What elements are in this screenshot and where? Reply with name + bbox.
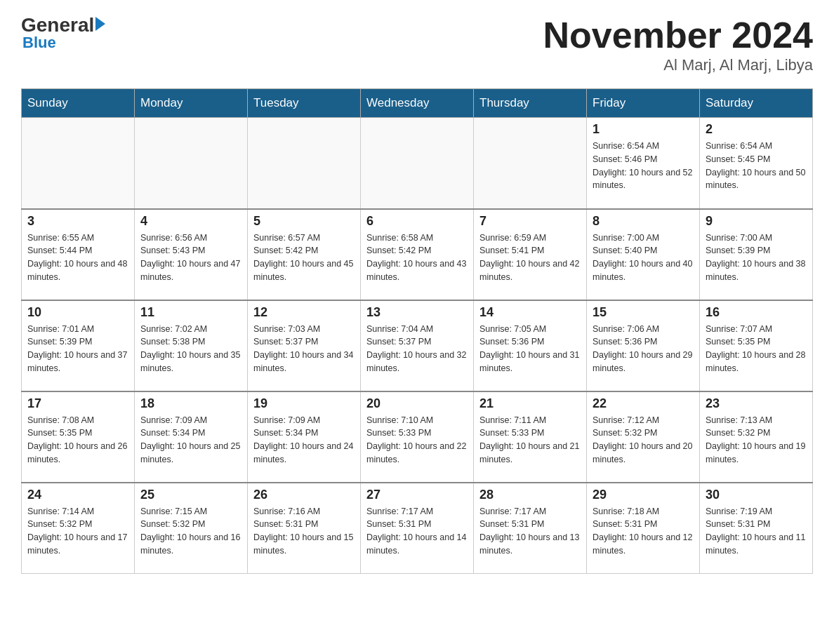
calendar-cell: 22Sunrise: 7:12 AMSunset: 5:32 PMDayligh… [587,391,700,483]
calendar-cell: 8Sunrise: 7:00 AMSunset: 5:40 PMDaylight… [587,209,700,300]
day-info: Sunrise: 7:03 AMSunset: 5:37 PMDaylight:… [253,323,355,375]
location-title: Al Marj, Al Marj, Libya [543,56,813,74]
day-number: 26 [253,488,355,502]
calendar-cell: 30Sunrise: 7:19 AMSunset: 5:31 PMDayligh… [700,483,813,574]
week-row-1: 1Sunrise: 6:54 AMSunset: 5:46 PMDaylight… [22,118,813,209]
day-number: 2 [706,122,807,137]
title-area: November 2024 Al Marj, Al Marj, Libya [543,14,813,74]
logo: General Blue [21,14,105,52]
day-info: Sunrise: 7:09 AMSunset: 5:34 PMDaylight:… [140,414,241,467]
day-number: 11 [140,305,241,320]
day-number: 3 [27,214,128,229]
calendar-cell: 2Sunrise: 6:54 AMSunset: 5:45 PMDaylight… [700,118,813,209]
day-info: Sunrise: 7:13 AMSunset: 5:32 PMDaylight:… [706,414,807,467]
week-row-2: 3Sunrise: 6:55 AMSunset: 5:44 PMDaylight… [22,209,813,300]
calendar-cell [135,118,248,209]
day-info: Sunrise: 7:01 AMSunset: 5:39 PMDaylight:… [27,323,128,375]
day-info: Sunrise: 6:54 AMSunset: 5:45 PMDaylight:… [706,140,807,192]
day-number: 4 [140,214,241,229]
header-wednesday: Wednesday [361,89,474,118]
calendar-table: Sunday Monday Tuesday Wednesday Thursday… [21,88,813,574]
calendar-cell: 17Sunrise: 7:08 AMSunset: 5:35 PMDayligh… [22,391,135,483]
day-number: 23 [706,396,807,411]
day-info: Sunrise: 7:02 AMSunset: 5:38 PMDaylight:… [140,323,241,375]
day-number: 29 [593,488,694,502]
week-row-4: 17Sunrise: 7:08 AMSunset: 5:35 PMDayligh… [22,391,813,483]
header-friday: Friday [587,89,700,118]
day-info: Sunrise: 6:58 AMSunset: 5:42 PMDaylight:… [366,232,468,284]
day-number: 7 [479,214,581,229]
day-number: 17 [27,396,128,411]
day-number: 20 [366,396,468,411]
calendar-cell: 5Sunrise: 6:57 AMSunset: 5:42 PMDaylight… [248,209,361,300]
day-number: 9 [706,214,807,229]
calendar-cell: 19Sunrise: 7:09 AMSunset: 5:34 PMDayligh… [248,391,361,483]
calendar-cell: 20Sunrise: 7:10 AMSunset: 5:33 PMDayligh… [361,391,474,483]
calendar-cell: 21Sunrise: 7:11 AMSunset: 5:33 PMDayligh… [474,391,587,483]
month-title: November 2024 [543,14,813,56]
calendar-cell: 9Sunrise: 7:00 AMSunset: 5:39 PMDaylight… [700,209,813,300]
calendar-cell [474,118,587,209]
day-number: 22 [593,396,694,411]
day-number: 25 [140,488,241,502]
day-info: Sunrise: 7:16 AMSunset: 5:31 PMDaylight:… [253,505,355,558]
calendar-cell: 24Sunrise: 7:14 AMSunset: 5:32 PMDayligh… [22,483,135,574]
logo-arrow-icon [95,17,105,31]
calendar-cell: 6Sunrise: 6:58 AMSunset: 5:42 PMDaylight… [361,209,474,300]
day-number: 16 [706,305,807,320]
calendar-cell: 10Sunrise: 7:01 AMSunset: 5:39 PMDayligh… [22,300,135,391]
day-info: Sunrise: 7:00 AMSunset: 5:40 PMDaylight:… [593,232,694,284]
day-info: Sunrise: 7:11 AMSunset: 5:33 PMDaylight:… [479,414,581,467]
calendar-cell: 23Sunrise: 7:13 AMSunset: 5:32 PMDayligh… [700,391,813,483]
day-info: Sunrise: 6:54 AMSunset: 5:46 PMDaylight:… [593,140,694,192]
header-tuesday: Tuesday [248,89,361,118]
day-info: Sunrise: 7:06 AMSunset: 5:36 PMDaylight:… [593,323,694,375]
day-info: Sunrise: 6:59 AMSunset: 5:41 PMDaylight:… [479,232,581,284]
calendar-cell: 1Sunrise: 6:54 AMSunset: 5:46 PMDaylight… [587,118,700,209]
calendar-cell: 28Sunrise: 7:17 AMSunset: 5:31 PMDayligh… [474,483,587,574]
day-number: 12 [253,305,355,320]
calendar-cell [248,118,361,209]
day-info: Sunrise: 7:17 AMSunset: 5:31 PMDaylight:… [479,505,581,558]
day-info: Sunrise: 7:19 AMSunset: 5:31 PMDaylight:… [706,505,807,558]
calendar-cell [22,118,135,209]
calendar-cell: 15Sunrise: 7:06 AMSunset: 5:36 PMDayligh… [587,300,700,391]
calendar-cell: 27Sunrise: 7:17 AMSunset: 5:31 PMDayligh… [361,483,474,574]
day-number: 30 [706,488,807,502]
day-info: Sunrise: 7:04 AMSunset: 5:37 PMDaylight:… [366,323,468,375]
calendar-cell: 12Sunrise: 7:03 AMSunset: 5:37 PMDayligh… [248,300,361,391]
day-number: 28 [479,488,581,502]
day-info: Sunrise: 6:56 AMSunset: 5:43 PMDaylight:… [140,232,241,284]
calendar-cell: 26Sunrise: 7:16 AMSunset: 5:31 PMDayligh… [248,483,361,574]
header-saturday: Saturday [700,89,813,118]
day-info: Sunrise: 7:17 AMSunset: 5:31 PMDaylight:… [366,505,468,558]
week-row-3: 10Sunrise: 7:01 AMSunset: 5:39 PMDayligh… [22,300,813,391]
day-number: 1 [593,122,694,137]
calendar-cell: 4Sunrise: 6:56 AMSunset: 5:43 PMDaylight… [135,209,248,300]
day-info: Sunrise: 6:55 AMSunset: 5:44 PMDaylight:… [27,232,128,284]
calendar-cell: 29Sunrise: 7:18 AMSunset: 5:31 PMDayligh… [587,483,700,574]
day-info: Sunrise: 7:00 AMSunset: 5:39 PMDaylight:… [706,232,807,284]
day-info: Sunrise: 6:57 AMSunset: 5:42 PMDaylight:… [253,232,355,284]
day-info: Sunrise: 7:09 AMSunset: 5:34 PMDaylight:… [253,414,355,467]
calendar-cell: 7Sunrise: 6:59 AMSunset: 5:41 PMDaylight… [474,209,587,300]
logo-blue: Blue [22,34,56,52]
day-number: 21 [479,396,581,411]
day-info: Sunrise: 7:14 AMSunset: 5:32 PMDaylight:… [27,505,128,558]
day-info: Sunrise: 7:15 AMSunset: 5:32 PMDaylight:… [140,505,241,558]
day-number: 15 [593,305,694,320]
calendar-cell: 18Sunrise: 7:09 AMSunset: 5:34 PMDayligh… [135,391,248,483]
day-info: Sunrise: 7:10 AMSunset: 5:33 PMDaylight:… [366,414,468,467]
page-header: General Blue November 2024 Al Marj, Al M… [21,14,813,74]
day-number: 18 [140,396,241,411]
day-info: Sunrise: 7:18 AMSunset: 5:31 PMDaylight:… [593,505,694,558]
day-number: 14 [479,305,581,320]
day-number: 10 [27,305,128,320]
day-info: Sunrise: 7:05 AMSunset: 5:36 PMDaylight:… [479,323,581,375]
header-monday: Monday [135,89,248,118]
day-number: 5 [253,214,355,229]
week-row-5: 24Sunrise: 7:14 AMSunset: 5:32 PMDayligh… [22,483,813,574]
days-header-row: Sunday Monday Tuesday Wednesday Thursday… [22,89,813,118]
calendar-cell: 14Sunrise: 7:05 AMSunset: 5:36 PMDayligh… [474,300,587,391]
header-sunday: Sunday [22,89,135,118]
